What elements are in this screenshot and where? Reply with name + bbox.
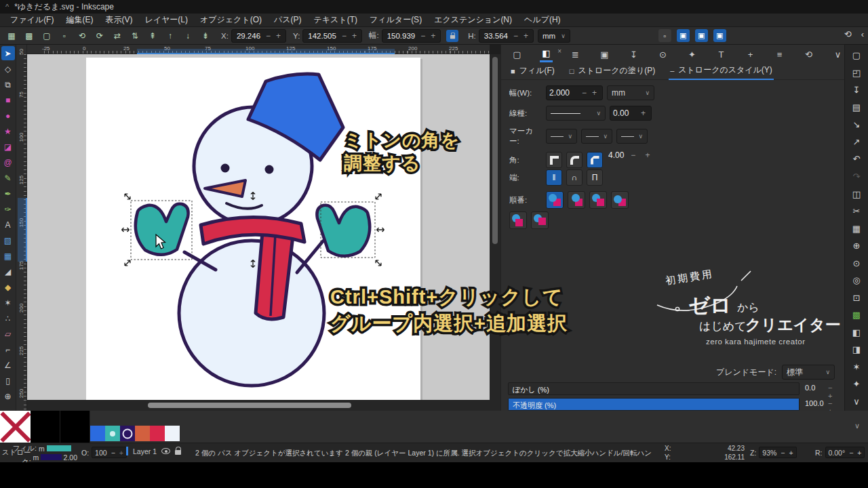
text-tool[interactable]: A [1, 218, 15, 232]
selector-tool[interactable]: ➤ [1, 46, 15, 60]
duplicate-button[interactable]: ◧ [848, 325, 865, 341]
extensions-tab[interactable]: + [744, 46, 757, 62]
zoom-tool[interactable]: ⊕ [1, 389, 15, 403]
swatch-white[interactable] [165, 426, 180, 441]
horizontal-scrollbar[interactable] [27, 400, 490, 411]
scale-patterns-toggle[interactable]: ▣ [713, 29, 726, 42]
more-dialogs-button[interactable]: ∨ [831, 46, 844, 62]
fill-color-indicator[interactable] [47, 445, 71, 451]
selection-box-toggle[interactable]: ▫ [56, 29, 73, 43]
zoom-page-button[interactable]: ◎ [848, 272, 865, 289]
zoom-selection-button[interactable]: ⊕ [848, 238, 865, 254]
open-document-button[interactable]: ◰ [848, 65, 865, 81]
commandbar-expand-button[interactable]: ∨ [848, 394, 865, 410]
marker-mid-select[interactable]: ∨ [581, 129, 612, 144]
rotation-dec[interactable]: − [849, 449, 853, 457]
opacity-dec[interactable]: − [111, 449, 115, 457]
miter-decrement[interactable]: − [628, 150, 638, 160]
select-all-layers-button[interactable]: ▩ [20, 29, 38, 43]
star-tool[interactable]: ★ [1, 124, 15, 138]
flip-vertical-button[interactable]: ⇅ [126, 29, 144, 43]
print-button[interactable]: ▤ [848, 100, 865, 116]
join-round-button[interactable] [566, 152, 583, 168]
zoom-dec[interactable]: − [781, 449, 785, 457]
swatch-teal[interactable] [105, 426, 120, 441]
menu-item[interactable]: オブジェクト(O) [194, 14, 268, 26]
dash-offset-input[interactable]: 0.00 + [610, 106, 652, 121]
page-tool[interactable]: ▯ [1, 373, 15, 388]
view-fullscreen-button[interactable]: ⊡ [848, 289, 865, 306]
x-increment-button[interactable]: + [273, 31, 283, 41]
horizontal-scrollbar-thumb[interactable] [148, 403, 351, 408]
tab-stroke-paint[interactable]: □ ストロークの塗り(P) [568, 64, 656, 79]
stroke-color-indicator[interactable] [41, 454, 61, 460]
blend-mode-select[interactable]: 標準 ∨ [782, 365, 835, 380]
width-decrement-button[interactable]: − [418, 31, 428, 41]
tweak-tool[interactable]: ✶ [1, 296, 15, 310]
unit-select[interactable]: mm ∨ [538, 29, 570, 43]
mesh-gradient-tool[interactable]: ▦ [1, 249, 15, 263]
paint-order-1-button[interactable] [546, 191, 564, 209]
copy-button[interactable]: ◫ [848, 186, 865, 202]
swatch-blue[interactable] [90, 426, 105, 441]
y-input[interactable]: 142.505 − + [302, 29, 362, 43]
miter-increment[interactable]: + [642, 150, 652, 160]
menu-item[interactable]: エクステンション(N) [428, 14, 518, 26]
current-layer-name[interactable]: Layer 1 [133, 447, 157, 455]
layers-tab[interactable]: ≣ [569, 46, 582, 62]
paint-order-3-button[interactable] [589, 191, 607, 209]
pen-tool[interactable]: ✒ [1, 186, 15, 201]
gradient-tool[interactable]: ▧ [1, 233, 15, 247]
cap-square-button[interactable]: Π [587, 169, 603, 186]
menu-item[interactable]: 表示(V) [99, 14, 138, 26]
new-document-button[interactable]: ▢ [848, 47, 865, 64]
y-increment-button[interactable]: + [349, 31, 359, 41]
rotate-ccw-button[interactable]: ⟲ [73, 29, 91, 43]
objects-tab[interactable]: ▣ [598, 46, 611, 62]
swatch-dark-purple[interactable] [120, 426, 135, 441]
opacity-inc[interactable]: + [119, 449, 123, 457]
tab-stroke-style[interactable]: – ストロークのスタイル(Y) [669, 63, 774, 80]
paint-order-4-button[interactable] [611, 191, 629, 209]
document-properties-tab[interactable]: ▢ [511, 46, 524, 62]
opacity-slider[interactable]: 不透明度 (%) [508, 398, 800, 411]
calligraphy-tool[interactable]: ✑ [1, 202, 15, 216]
lock-ratio-button[interactable] [446, 30, 458, 42]
connector-tool[interactable]: ⌐ [1, 342, 15, 357]
dash-pattern-select[interactable]: ∨ [546, 106, 606, 121]
height-decrement-button[interactable]: − [511, 31, 521, 41]
fill-stroke-tab[interactable]: ◧ × [540, 46, 553, 62]
menu-item[interactable]: フィルター(S) [363, 14, 428, 26]
snap-bbox-toggle[interactable]: ✦ [848, 376, 865, 392]
pencil-tool[interactable]: ✎ [1, 171, 15, 185]
export-tab[interactable]: ↧ [627, 46, 640, 62]
blur-decrement[interactable]: − [828, 384, 835, 392]
save-document-button[interactable]: ↧ [848, 82, 865, 98]
node-tool[interactable]: ◇ [1, 62, 15, 76]
paint-order-6-button[interactable] [531, 211, 549, 229]
paint-order-2-button[interactable] [568, 191, 585, 209]
close-icon[interactable]: × [557, 47, 561, 55]
undo-history-tab[interactable]: ⟲ [802, 46, 815, 62]
group-objects-button[interactable]: ▩ [848, 307, 865, 323]
x-decrement-button[interactable]: − [263, 31, 273, 41]
scale-gradients-toggle[interactable]: ▣ [695, 29, 708, 42]
paint-order-5-button[interactable] [509, 211, 527, 229]
swatch-no-color[interactable] [0, 411, 31, 443]
deselect-button[interactable]: ▢ [38, 29, 56, 43]
scale-corners-toggle[interactable]: ▣ [677, 29, 690, 42]
width-input[interactable]: 150.939 − + [382, 29, 441, 43]
stroke-width-input[interactable]: 2.000 − + [546, 85, 603, 100]
import-button[interactable]: ↘ [848, 117, 865, 133]
undo-button[interactable]: ↶ [848, 151, 865, 167]
rotation-inc[interactable]: + [857, 449, 861, 457]
rotation-input[interactable]: 0.00° − + [825, 447, 865, 458]
eraser-tool[interactable]: ▱ [1, 327, 15, 341]
menu-item[interactable]: テキスト(T) [308, 14, 363, 26]
marker-end-select[interactable]: ∨ [616, 129, 648, 144]
height-input[interactable]: 33.564 − + [479, 29, 534, 43]
opacity-decrement[interactable]: − [828, 399, 835, 407]
box-3d-tool[interactable]: ◪ [1, 140, 15, 154]
paint-bucket-tool[interactable]: ◆ [1, 280, 15, 294]
height-increment-button[interactable]: + [521, 31, 531, 41]
